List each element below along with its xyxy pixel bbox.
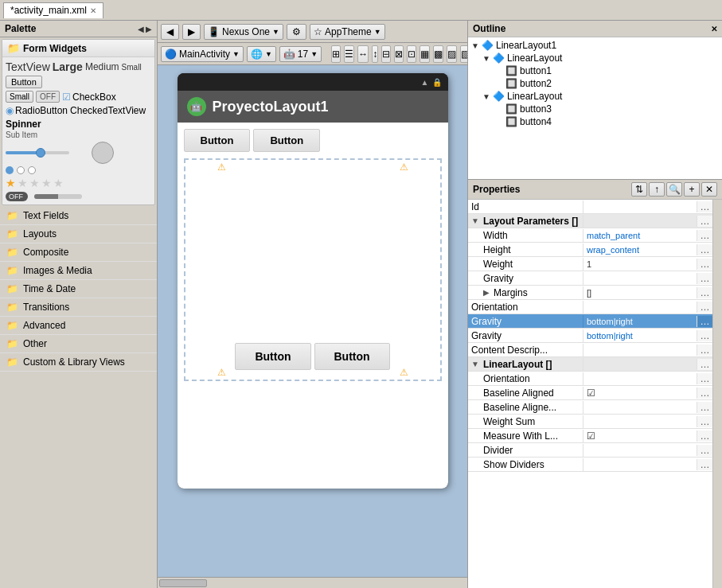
radiobutton-widget[interactable]: ◉ RadioButton bbox=[6, 105, 68, 116]
tree-toggle-1[interactable]: ▼ bbox=[471, 41, 479, 50]
prop-expand-layout[interactable]: ▼ bbox=[471, 216, 479, 225]
off-toggle-widget[interactable]: OFF bbox=[36, 91, 60, 103]
prop-row-linearlayout-section[interactable]: ▼ LinearLayout [] … bbox=[468, 357, 712, 372]
prop-row-id[interactable]: Id … bbox=[468, 200, 712, 214]
canvas-button4[interactable]: Button bbox=[314, 343, 390, 370]
slider-widget[interactable] bbox=[6, 146, 85, 159]
palette-arrow-left[interactable]: ◀ bbox=[138, 25, 144, 33]
prop-value-divider[interactable] bbox=[583, 450, 697, 451]
view-btn-4[interactable]: ↕ bbox=[372, 45, 378, 63]
view-btn-2[interactable]: ☰ bbox=[344, 45, 354, 63]
prop-more-margins[interactable]: … bbox=[697, 287, 712, 298]
checkbox-widget[interactable]: ☑ CheckBox bbox=[62, 92, 116, 103]
prop-row-ll-orientation[interactable]: Orientation … bbox=[468, 372, 712, 386]
theme-dropdown[interactable]: ☆ AppTheme ▼ bbox=[310, 24, 385, 40]
view-btn-10[interactable]: ▨ bbox=[447, 45, 457, 63]
prop-row-width[interactable]: Width match_parent … bbox=[468, 228, 712, 243]
small-widget[interactable]: Small bbox=[122, 63, 142, 72]
small-btn-widget[interactable]: Small bbox=[6, 91, 33, 103]
view-btn-8[interactable]: ▦ bbox=[420, 45, 430, 63]
tree-item-button4[interactable]: 🔲 button4 bbox=[470, 115, 720, 128]
prop-more-divider[interactable]: … bbox=[697, 445, 712, 456]
properties-scrollbar[interactable] bbox=[712, 200, 722, 588]
prop-value-gravity-lp[interactable] bbox=[583, 278, 697, 279]
prop-value-height[interactable]: wrap_content bbox=[583, 244, 697, 255]
prop-row-baseline-aligned[interactable]: Baseline Aligned ☑ … bbox=[468, 386, 712, 400]
tree-toggle-2[interactable]: ▼ bbox=[482, 54, 490, 63]
tree-item-button2[interactable]: 🔲 button2 bbox=[470, 77, 720, 90]
prop-more-width[interactable]: … bbox=[697, 230, 712, 241]
form-widgets-header[interactable]: 📁 Form Widgets bbox=[2, 40, 154, 57]
api-dropdown[interactable]: 🤖 17 ▼ bbox=[279, 46, 322, 62]
textview-widget[interactable]: TextView bbox=[6, 60, 50, 73]
checkbox-baseline[interactable]: ☑ bbox=[587, 387, 595, 399]
prop-value-ll-orientation[interactable] bbox=[583, 378, 697, 380]
canvas-button1[interactable]: Button bbox=[184, 129, 251, 152]
prop-value-weight-sum[interactable] bbox=[583, 421, 697, 423]
sidebar-item-text-fields[interactable]: 📁 Text Fields bbox=[0, 207, 157, 225]
rating-widget[interactable]: ★ ★ ★ ★ ★ bbox=[6, 177, 64, 189]
prop-value-show-dividers[interactable] bbox=[583, 464, 697, 465]
prop-row-baseline-aligne[interactable]: Baseline Aligne... … bbox=[468, 400, 712, 415]
prop-more-orientation[interactable]: … bbox=[697, 302, 712, 313]
progress-widget[interactable] bbox=[34, 194, 82, 199]
checkbox-measure[interactable]: ☑ bbox=[587, 430, 595, 442]
props-filter-btn[interactable]: ↑ bbox=[649, 182, 665, 197]
device-dropdown[interactable]: 📱 Nexus One ▼ bbox=[204, 24, 283, 40]
config-btn[interactable]: ⚙ bbox=[287, 24, 306, 40]
prop-value-gravity-2[interactable]: bottom|right bbox=[583, 330, 697, 341]
sidebar-item-advanced[interactable]: 📁 Advanced bbox=[0, 317, 157, 335]
prop-row-layout-params[interactable]: ▼ Layout Parameters [] … bbox=[468, 214, 712, 228]
tab-close-icon[interactable]: ✕ bbox=[90, 6, 96, 15]
view-btn-7[interactable]: ⊡ bbox=[407, 45, 416, 63]
dots-widget[interactable] bbox=[6, 166, 36, 174]
view-btn-11[interactable]: ▧ bbox=[460, 45, 467, 63]
props-add-btn[interactable]: + bbox=[684, 182, 700, 197]
tree-item-linearlayout-a[interactable]: ▼ 🔷 LinearLayout bbox=[470, 52, 720, 64]
prop-row-orientation[interactable]: Orientation … bbox=[468, 300, 712, 314]
checkedtextview-widget[interactable]: CheckedTextView bbox=[70, 105, 146, 116]
prop-value-width[interactable]: match_parent bbox=[583, 230, 697, 241]
prop-more-gravity-2[interactable]: … bbox=[697, 330, 712, 341]
tree-item-linearlayout-b[interactable]: ▼ 🔷 LinearLayout bbox=[470, 90, 720, 103]
horizontal-scrollbar[interactable] bbox=[158, 577, 467, 588]
tree-item-linearlayout1[interactable]: ▼ 🔷 LinearLayout1 bbox=[470, 39, 720, 52]
prop-row-weight[interactable]: Weight 1 … bbox=[468, 257, 712, 271]
prop-more-gravity-selected[interactable]: … bbox=[697, 316, 712, 327]
activity-tab[interactable]: *activity_main.xml ✕ bbox=[3, 2, 103, 18]
large-widget[interactable]: Large bbox=[53, 60, 83, 73]
sidebar-item-transitions[interactable]: 📁 Transitions bbox=[0, 298, 157, 317]
prop-more-measure-with[interactable]: … bbox=[697, 430, 712, 442]
prop-row-gravity-2[interactable]: Gravity bottom|right … bbox=[468, 329, 712, 343]
scroll-thumb-h[interactable] bbox=[159, 579, 207, 587]
view-btn-1[interactable]: ⊞ bbox=[331, 45, 341, 63]
prop-value-baseline-aligne[interactable] bbox=[583, 407, 697, 408]
globe-dropdown[interactable]: 🌐 ▼ bbox=[247, 46, 276, 62]
sidebar-item-layouts[interactable]: 📁 Layouts bbox=[0, 225, 157, 243]
button-widget[interactable]: Button bbox=[6, 76, 42, 88]
switch-widget[interactable]: OFF bbox=[6, 192, 28, 201]
prop-more-linearlayout-section[interactable]: … bbox=[697, 359, 712, 370]
nav-forward-btn[interactable]: ▶ bbox=[182, 24, 201, 40]
view-btn-5[interactable]: ⊟ bbox=[381, 45, 391, 63]
prop-more-baseline-aligne[interactable]: … bbox=[697, 402, 712, 413]
prop-row-margins[interactable]: ▶Margins [] … bbox=[468, 286, 712, 300]
prop-more-show-dividers[interactable]: … bbox=[697, 459, 712, 470]
palette-arrow-right[interactable]: ▶ bbox=[146, 25, 152, 33]
view-btn-9[interactable]: ▩ bbox=[433, 45, 443, 63]
prop-row-height[interactable]: Height wrap_content … bbox=[468, 243, 712, 257]
prop-value-id[interactable] bbox=[583, 206, 697, 208]
medium-widget[interactable]: Medium bbox=[85, 61, 119, 72]
prop-more-layout-params[interactable]: … bbox=[697, 216, 712, 227]
prop-more-gravity-lp[interactable]: … bbox=[697, 273, 712, 284]
spinner-widget[interactable]: Spinner Sub Item bbox=[6, 119, 41, 139]
prop-expand-linearlayout[interactable]: ▼ bbox=[471, 360, 479, 368]
props-sort-btn[interactable]: ⇅ bbox=[631, 182, 647, 197]
prop-expand-margins[interactable]: ▶ bbox=[483, 288, 490, 297]
sidebar-item-custom-library[interactable]: 📁 Custom & Library Views bbox=[0, 353, 157, 372]
prop-value-baseline-aligned[interactable]: ☑ bbox=[583, 387, 697, 399]
tree-item-button3[interactable]: 🔲 button3 bbox=[470, 103, 720, 115]
tree-item-button1[interactable]: 🔲 button1 bbox=[470, 64, 720, 77]
prop-row-gravity-selected[interactable]: Gravity bottom|right … bbox=[468, 314, 712, 329]
prop-more-ll-orientation[interactable]: … bbox=[697, 373, 712, 384]
